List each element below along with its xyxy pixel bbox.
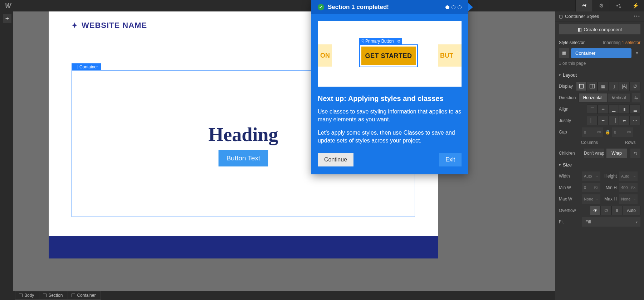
dot-1 [445,5,449,9]
overflow-row: Overflow 👁 ∅ ≡ Auto [555,205,644,216]
tutorial-preview: ON ☟ Primary Button ⚙ GET STARTED BUT [318,21,462,87]
style-tab[interactable] [575,0,592,11]
minh-label: Min H [600,185,619,190]
gap-col-input[interactable]: 0PX [582,127,603,137]
overflow-visible[interactable]: 👁 [590,206,601,215]
minw-input[interactable]: 0PX [582,183,600,192]
gap-row-input[interactable]: 0PX [612,127,633,137]
align-stretch[interactable]: ▮ [619,105,630,114]
align-center[interactable]: ━ [597,105,608,114]
display-grid[interactable]: ▦ [597,82,608,91]
direction-horizontal[interactable]: Horizontal [579,93,607,102]
exit-button[interactable]: Exit [439,153,462,166]
maxw-label: Max W [559,197,582,202]
container-icon [72,294,75,297]
justify-center[interactable]: ━ [597,116,608,125]
overflow-label: Overflow [559,208,582,213]
breadcrumb: Body Section Container [13,291,555,300]
display-none[interactable]: ∅ [630,82,640,91]
crumb-body[interactable]: Body [15,291,39,300]
popover-arrow-icon [468,3,473,11]
more-icon[interactable]: ••• [634,14,640,19]
svg-point-2 [619,6,621,8]
gap-label: Gap [559,130,582,135]
justify-between[interactable]: ⬌ [619,116,630,125]
wrap-option[interactable]: Wrap [606,149,627,158]
page-footer-section[interactable] [49,236,438,258]
primary-button-label: ☟ Primary Button [359,38,396,44]
effects-tab[interactable]: ⚡ [627,0,644,11]
maxh-label: Max H [600,197,619,202]
selector-pill[interactable]: Container [571,48,631,58]
minw-row: Min W 0PX Min H 400PX [555,182,644,193]
maxw-input[interactable]: None– [582,194,600,204]
progress-dots [445,5,462,9]
tutorial-status: ✓ Section 1 completed! [311,0,468,14]
height-input[interactable]: Auto– [619,171,638,181]
dont-wrap-option[interactable]: Don't wrap [584,149,604,158]
crumb-section[interactable]: Section [39,291,68,300]
align-baseline[interactable]: ▂ [630,105,640,114]
direction-reverse[interactable]: ⇆ [632,93,640,102]
interactions-tab[interactable] [610,0,627,11]
display-block[interactable] [576,82,587,91]
panel-tabs: ⚙ ⚡ [575,0,644,11]
align-row: Align ▔ ━ ▁ ▮ ▂ [555,103,644,115]
style-selector-label: Style selector [559,40,585,45]
direction-row: Direction Horizontal Vertical ⇆ [555,92,644,103]
justify-around[interactable]: ⋯ [630,116,640,125]
display-flex[interactable] [587,82,597,91]
display-label: Display [559,84,576,89]
primary-button-settings-icon: ⚙ [396,38,402,44]
component-icon: ◧ [577,27,582,32]
app-logo[interactable]: W [5,2,11,10]
rows-label: Rows [620,140,640,145]
element-label-text: Container [79,64,98,69]
continue-button[interactable]: Continue [318,153,353,166]
children-label: Children [559,151,582,156]
svg-point-1 [619,4,620,5]
justify-row: Justify ▏ ━ ▕ ⬌ ⋯ [555,115,644,126]
wrap-reverse[interactable]: ⇆ [630,149,640,158]
gap-labels: Columns Rows [555,138,644,147]
direction-vertical[interactable]: Vertical [607,93,630,102]
element-label[interactable]: Container [72,63,101,71]
width-row: Width Auto– Height Auto– [555,170,644,182]
check-icon: ✓ [318,4,324,10]
button-element[interactable]: Button Text [219,150,268,166]
fit-label: Fit [559,219,582,224]
settings-tab[interactable]: ⚙ [592,0,610,11]
container-styles-icon: ▢ [559,14,563,19]
fit-select[interactable]: Fill [582,217,640,227]
maxh-input[interactable]: None– [619,194,638,204]
preview-right-btn: BUT [438,44,462,67]
primary-button-wrap: GET STARTED [359,44,418,67]
dot-3 [458,5,462,9]
selector-dropdown-icon[interactable]: ▼ [634,51,640,55]
gap-lock-icon[interactable]: 🔒 [603,130,612,135]
create-component-button[interactable]: ◧ Create component [559,24,640,34]
display-inline[interactable]: |A| [619,82,630,91]
align-end[interactable]: ▁ [608,105,619,114]
width-input[interactable]: Auto– [582,171,600,181]
direction-label: Direction [559,95,579,100]
add-element-button[interactable]: + [3,14,11,23]
status-text: Section 1 completed! [328,4,389,11]
brand: ✦ WEBSITE NAME [72,21,147,30]
overflow-auto[interactable]: Auto [622,206,640,215]
selector-pill-row: ▦ Container ▼ [555,45,644,61]
justify-start[interactable]: ▏ [587,116,597,125]
display-inline-block[interactable]: ▯ [608,82,619,91]
crumb-container[interactable]: Container [68,291,101,300]
inheriting-label[interactable]: Inheriting 1 selector [603,40,640,45]
layout-section-header[interactable]: Layout [555,69,644,81]
minh-input[interactable]: 400PX [619,183,638,192]
justify-end[interactable]: ▕ [608,116,619,125]
style-selector-row: Style selector Inheriting 1 selector [555,37,644,45]
overflow-scroll[interactable]: ≡ [611,206,622,215]
size-section-header[interactable]: Size [555,159,644,170]
selector-state-icon[interactable]: ▦ [559,48,569,58]
align-start[interactable]: ▔ [587,105,597,114]
width-label: Width [559,174,582,179]
overflow-hidden[interactable]: ∅ [601,206,611,215]
